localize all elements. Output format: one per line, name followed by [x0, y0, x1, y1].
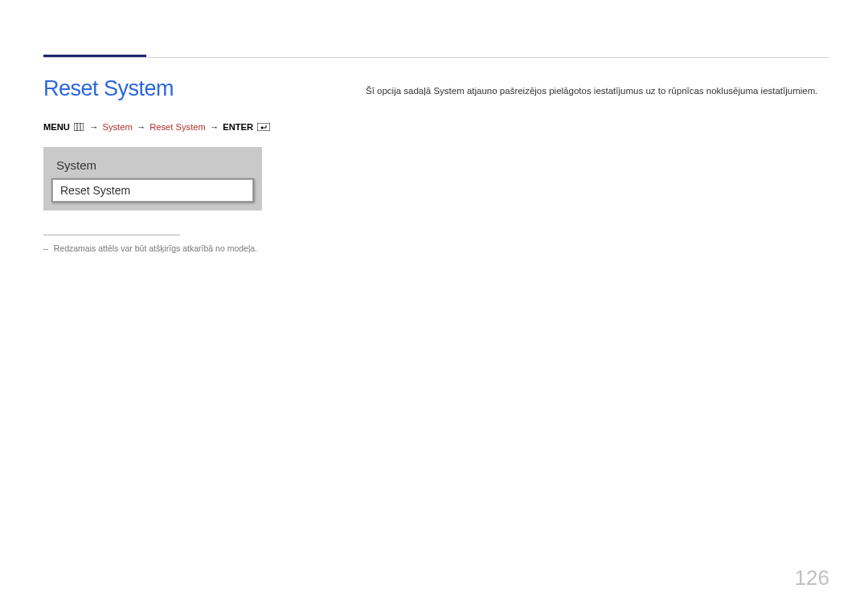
- menu-preview-title: System: [51, 155, 254, 178]
- enter-icon: [257, 123, 270, 133]
- breadcrumb-arrow: →: [137, 122, 145, 132]
- menu-icon: [74, 123, 84, 133]
- footnote-dash: –: [43, 243, 48, 253]
- menu-preview-item-reset-system: Reset System: [51, 178, 254, 202]
- breadcrumb-enter-label: ENTER: [223, 122, 253, 132]
- menu-preview-panel: System Reset System: [43, 147, 262, 210]
- breadcrumb-reset-system: Reset System: [149, 122, 206, 132]
- breadcrumb-arrow: →: [210, 122, 219, 132]
- breadcrumb: MENU → System → Reset System → ENTER: [43, 122, 333, 133]
- svg-rect-3: [257, 123, 270, 131]
- top-divider: [43, 57, 829, 58]
- page-number: 126: [795, 566, 829, 591]
- description-text: Šī opcija sadaļā System atjauno pašreizē…: [366, 84, 829, 98]
- breadcrumb-menu-label: MENU: [43, 122, 70, 132]
- breadcrumb-system: System: [102, 122, 132, 132]
- footnote: – Redzamais attēls var būt atšķirīgs atk…: [43, 243, 333, 253]
- footnote-divider: [43, 235, 180, 235]
- breadcrumb-arrow: →: [89, 122, 98, 132]
- page-title: Reset System: [43, 76, 333, 101]
- footnote-text: Redzamais attēls var būt atšķirīgs atkar…: [54, 243, 257, 253]
- svg-rect-0: [74, 123, 84, 131]
